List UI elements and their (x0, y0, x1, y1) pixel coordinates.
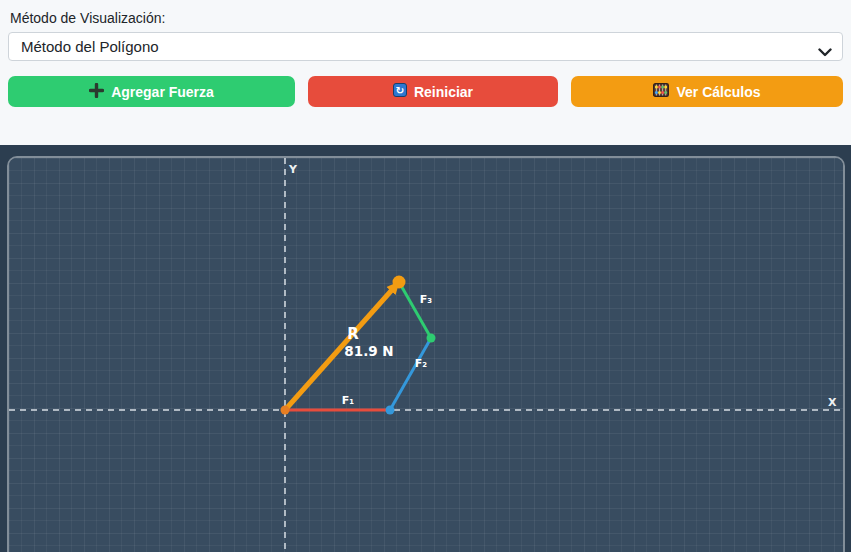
force-label-1: F₁ (342, 394, 355, 407)
abacus-icon (653, 83, 669, 100)
force-label-3: F₃ (420, 293, 433, 306)
resultant-magnitude: 81.9 N (344, 343, 393, 359)
svg-text:↻: ↻ (396, 84, 405, 96)
resultant-tip-dot (393, 276, 406, 289)
vector-start-dot-3 (427, 334, 436, 343)
grid-lines (9, 158, 843, 552)
x-axis-label: X (828, 396, 837, 409)
plus-icon (89, 83, 104, 101)
vector-start-dot-1 (281, 406, 290, 415)
resultant-label: R (347, 325, 359, 343)
canvas-panel: YX F₁F₂F₃R81.9 N (0, 145, 851, 552)
vector-start-dot-2 (386, 406, 395, 415)
reset-button[interactable]: ↻ Reiniciar (308, 76, 558, 107)
button-row: Agregar Fuerza ↻ Reiniciar (8, 76, 843, 107)
add-force-button[interactable]: Agregar Fuerza (8, 76, 295, 107)
view-calcs-label: Ver Cálculos (676, 84, 760, 100)
controls-section: Método de Visualización: Método del Polí… (0, 0, 851, 107)
chevron-down-icon (818, 43, 832, 60)
force-diagram-canvas[interactable]: YX F₁F₂F₃R81.9 N (7, 156, 845, 552)
method-select-value: Método del Polígono (21, 38, 159, 55)
reset-label: Reiniciar (414, 84, 473, 100)
y-axis-label: Y (288, 163, 298, 176)
view-calcs-button[interactable]: Ver Cálculos (571, 76, 843, 107)
add-force-label: Agregar Fuerza (111, 84, 214, 100)
method-select[interactable]: Método del Polígono (8, 32, 843, 61)
force-label-2: F₂ (415, 357, 428, 370)
refresh-icon: ↻ (393, 83, 407, 100)
method-label: Método de Visualización: (10, 10, 843, 26)
